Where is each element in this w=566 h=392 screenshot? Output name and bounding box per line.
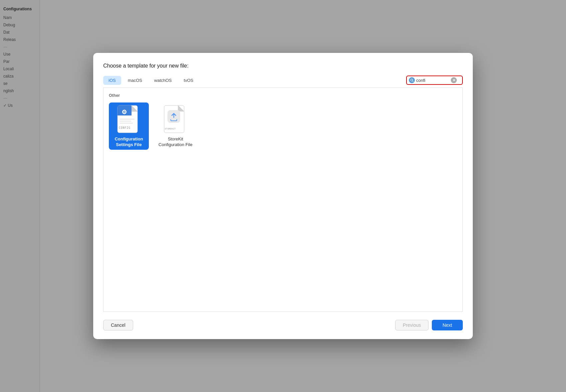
next-button[interactable]: Next xyxy=(432,320,463,330)
tab-macos[interactable]: macOS xyxy=(123,76,147,85)
search-clear-button[interactable]: ✕ xyxy=(451,77,457,83)
config-file-icon: ⚙ CONFIG xyxy=(117,105,141,134)
config-icon-wrapper: ⚙ CONFIG xyxy=(116,104,142,134)
svg-rect-8 xyxy=(120,121,131,121)
svg-text:⚙: ⚙ xyxy=(122,109,127,115)
svg-rect-9 xyxy=(120,123,133,123)
tabs-search-row: iOS macOS watchOS tvOS ✕ xyxy=(103,76,463,88)
section-other-label: Other xyxy=(109,93,457,98)
navigation-buttons: Previous Next xyxy=(395,320,463,330)
svg-text:STOREKIT: STOREKIT xyxy=(165,127,176,130)
storekit-file-label: StoreKit Configuration File xyxy=(157,136,193,148)
tab-tvos[interactable]: tvOS xyxy=(178,76,199,85)
modal-footer: Cancel Previous Next xyxy=(103,320,463,330)
modal-title: Choose a template for your new file: xyxy=(103,63,463,69)
file-item-config[interactable]: ⚙ CONFIG Configuration Settings File xyxy=(109,102,149,150)
modal-backdrop: Choose a template for your new file: iOS… xyxy=(0,0,566,392)
svg-line-1 xyxy=(412,81,413,82)
template-content-area: Other xyxy=(103,88,463,312)
config-file-label: Configuration Settings File xyxy=(111,136,147,148)
tab-ios[interactable]: iOS xyxy=(103,76,121,85)
storekit-icon-wrapper: STOREKIT xyxy=(162,104,189,134)
svg-rect-7 xyxy=(120,119,135,119)
search-filter-icon xyxy=(409,77,415,83)
cancel-button[interactable]: Cancel xyxy=(103,320,133,330)
search-box: ✕ xyxy=(406,76,463,85)
modal-dialog: Choose a template for your new file: iOS… xyxy=(93,53,473,339)
storekit-file-icon: STOREKIT xyxy=(163,105,187,134)
file-item-storekit[interactable]: STOREKIT StoreKit Configuration File xyxy=(155,102,195,150)
tab-bar: iOS macOS watchOS tvOS xyxy=(103,76,406,85)
search-input[interactable] xyxy=(416,78,449,83)
svg-text:CONFIG: CONFIG xyxy=(119,126,131,129)
tab-watchos[interactable]: watchOS xyxy=(149,76,177,85)
file-grid: ⚙ CONFIG Configuration Settings File xyxy=(109,102,457,150)
previous-button: Previous xyxy=(395,320,428,330)
